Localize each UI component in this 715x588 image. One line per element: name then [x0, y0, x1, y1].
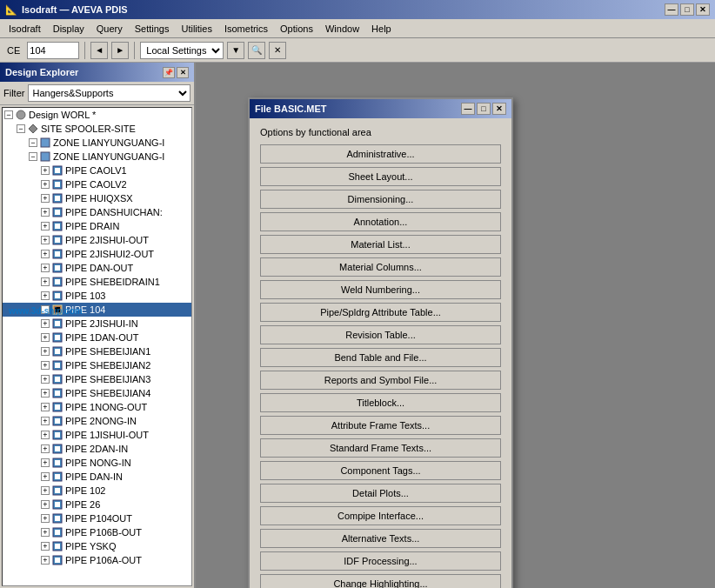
search-button[interactable]: 🔍	[248, 42, 265, 59]
ce-input[interactable]	[27, 42, 79, 59]
tree-item[interactable]: −SITE SPOOLER-SITE	[3, 122, 191, 136]
tree-item[interactable]: +PIPE 102	[3, 484, 191, 498]
menu-item-settings[interactable]: Settings	[130, 22, 175, 36]
tree-expand-btn[interactable]: +	[41, 528, 50, 537]
tree-item[interactable]: +PIPE 26	[3, 498, 191, 511]
tree-expand-btn[interactable]: +	[41, 403, 50, 411]
forward-button[interactable]: ►	[111, 42, 129, 59]
tree-expand-btn[interactable]: +	[41, 417, 50, 425]
tree-item[interactable]: +PIPE 2DAN-IN	[3, 442, 191, 456]
option-button-19[interactable]: Change Highlighting...	[260, 574, 501, 588]
tree-expand-btn[interactable]: +	[41, 444, 50, 453]
tree-item[interactable]: +PIPE 2JISHUI-IN	[3, 317, 191, 331]
tree-expand-btn[interactable]: +	[41, 250, 50, 258]
tree-item[interactable]: +PIPE YSKQ	[3, 539, 191, 553]
tree-expand-btn[interactable]: +	[41, 277, 50, 286]
tree-item[interactable]: +PIPE 2JISHUI2-OUT	[3, 247, 191, 261]
tree-expand-btn[interactable]: −	[29, 138, 37, 147]
tree-item[interactable]: +PIPE 2JISHUI-OUT	[3, 233, 191, 247]
option-button-6[interactable]: Weld Numbering...	[260, 280, 501, 299]
maximize-button[interactable]: □	[680, 3, 694, 16]
local-settings-select[interactable]: Local Settings	[140, 42, 224, 59]
tree-expand-btn[interactable]: +	[41, 236, 50, 244]
tree-expand-btn[interactable]: +	[41, 208, 50, 217]
tree-item[interactable]: +PIPE P106B-OUT	[3, 525, 191, 539]
tree-expand-btn[interactable]: +	[41, 486, 50, 495]
tree-expand-btn[interactable]: +	[41, 389, 50, 398]
tree-item[interactable]: +PIPE CAOLV2	[3, 177, 191, 191]
option-button-2[interactable]: Dimensioning...	[260, 190, 501, 209]
option-button-4[interactable]: Material List...	[260, 235, 501, 254]
option-button-3[interactable]: Annotation...	[260, 212, 501, 231]
menu-item-options[interactable]: Options	[275, 22, 318, 36]
option-button-12[interactable]: Attribute Frame Texts...	[260, 416, 501, 435]
option-button-15[interactable]: Detail Plots...	[260, 484, 501, 503]
tree-item[interactable]: +PIPE P106A-OUT	[3, 553, 191, 567]
tree-expand-btn[interactable]: −	[17, 124, 25, 133]
option-button-1[interactable]: Sheet Layout...	[260, 167, 501, 186]
tree-item[interactable]: +PIPE 1NONG-OUT	[3, 400, 191, 414]
tree-expand-btn[interactable]: +	[41, 458, 50, 467]
tree-expand-btn[interactable]: +	[41, 319, 50, 328]
back-button[interactable]: ◄	[90, 42, 108, 59]
option-button-9[interactable]: Bend Table and File...	[260, 348, 501, 367]
tree-item[interactable]: +PIPE 1JISHUI-OUT	[3, 428, 191, 442]
tree-item[interactable]: +PIPE DAN-IN	[3, 470, 191, 484]
tree-item[interactable]: +PIPE DRAIN	[3, 219, 191, 233]
tree-item[interactable]: +PIPE SHEBEIJIAN1	[3, 344, 191, 358]
tree-item[interactable]: +PIPE 103	[3, 289, 191, 303]
minimize-button[interactable]: —	[665, 3, 678, 16]
de-close-button[interactable]: ✕	[177, 67, 189, 78]
menu-item-isodraft[interactable]: Isodraft	[3, 22, 46, 36]
option-button-5[interactable]: Material Columns...	[260, 257, 501, 277]
tree-expand-btn[interactable]: +	[41, 514, 50, 523]
tree-expand-btn[interactable]: +	[41, 431, 50, 439]
menu-item-query[interactable]: Query	[91, 22, 128, 36]
option-button-18[interactable]: IDF Processing...	[260, 551, 501, 571]
option-button-10[interactable]: Reports and Symbol File...	[260, 371, 501, 390]
menu-item-help[interactable]: Help	[366, 22, 397, 36]
tree-item[interactable]: +PIPE SHEBEIJIAN3	[3, 372, 191, 386]
tree-item[interactable]: +PIPE SHEBEIJIAN4	[3, 386, 191, 400]
option-button-16[interactable]: Compipe Interface...	[260, 506, 501, 525]
menu-item-display[interactable]: Display	[48, 22, 90, 36]
tree-item[interactable]: +PIPE P104OUT	[3, 511, 191, 525]
tree-expand-btn[interactable]: +	[41, 500, 50, 509]
toolbar-close-button[interactable]: ✕	[269, 42, 286, 59]
tree-item[interactable]: +PIPE HUIQXSX	[3, 191, 191, 205]
tree-expand-btn[interactable]: +	[41, 333, 50, 342]
tree-item[interactable]: +PIPE SHEBEIDRAIN1	[3, 275, 191, 289]
de-pin-button[interactable]: 📌	[163, 67, 175, 78]
option-button-0[interactable]: Administrative...	[260, 144, 501, 164]
tree-expand-btn[interactable]: +	[41, 166, 50, 175]
modal-maximize-button[interactable]: □	[477, 103, 491, 115]
option-button-7[interactable]: Pipe/Spldrg Attribute Table...	[260, 303, 501, 322]
tree-expand-btn[interactable]: +	[41, 375, 50, 384]
tree-expand-btn[interactable]: +	[41, 556, 50, 565]
option-button-13[interactable]: Standard Frame Texts...	[260, 438, 501, 458]
tree-expand-btn[interactable]: +	[41, 542, 50, 551]
option-button-11[interactable]: Titleblock...	[260, 393, 501, 412]
modal-close-button[interactable]: ✕	[492, 103, 506, 115]
tree-item[interactable]: −Design WORL *	[3, 108, 191, 122]
tree-item[interactable]: +PIPE DANSHUICHAN:	[3, 205, 191, 219]
tree-expand-btn[interactable]: +	[41, 361, 50, 370]
tree-expand-btn[interactable]: +	[41, 180, 50, 189]
option-button-8[interactable]: Revision Table...	[260, 325, 501, 344]
menu-item-utilities[interactable]: Utilities	[176, 22, 217, 36]
tree-expand-btn[interactable]: +	[41, 347, 50, 356]
filter-select[interactable]: Hangers&Supports	[28, 84, 190, 102]
modal-minimize-button[interactable]: —	[461, 103, 475, 115]
tree-item[interactable]: +PIPE 1DAN-OUT	[3, 331, 191, 344]
tree-item[interactable]: +PIPE DAN-OUT	[3, 261, 191, 275]
tree-expand-btn[interactable]: +	[41, 264, 50, 272]
tree-expand-btn[interactable]: +	[41, 222, 50, 231]
tree-expand-btn[interactable]: +	[41, 291, 50, 300]
tree-item[interactable]: −ZONE LIANYUNGUANG-I	[3, 150, 191, 164]
tree-item[interactable]: +PIPE NONG-IN	[3, 456, 191, 470]
settings-dropdown-button[interactable]: ▼	[227, 42, 244, 59]
option-button-17[interactable]: Alternative Texts...	[260, 529, 501, 548]
menu-item-isometrics[interactable]: Isometrics	[219, 22, 273, 36]
tree-item[interactable]: −ZONE LIANYUNGUANG-I	[3, 136, 191, 150]
option-button-14[interactable]: Component Tags...	[260, 461, 501, 480]
